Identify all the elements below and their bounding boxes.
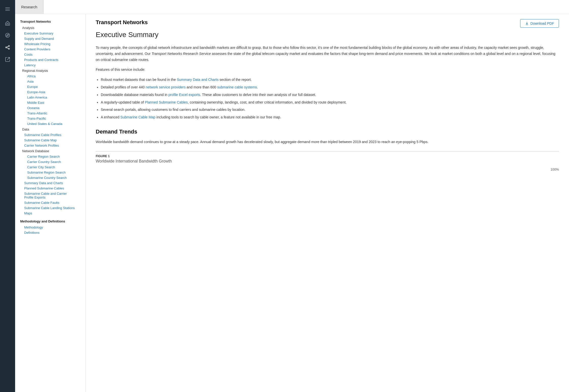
toc-item-latency[interactable]: Latency <box>15 62 85 68</box>
features-list: Robust market datasets that can be found… <box>101 77 559 120</box>
toc-item-methodology[interactable]: Methodology <box>15 225 85 230</box>
toc-section-methodology: Methodology and Definitions <box>15 218 85 225</box>
feature-item-3: Downloadable database materials found in… <box>101 92 559 98</box>
zoom-level: 100% <box>551 168 559 171</box>
toc-item-europe[interactable]: Europe <box>15 84 85 89</box>
demand-trends-heading: Demand Trends <box>96 128 559 135</box>
doc-content: Transport Networks Download PDF Executiv… <box>86 14 569 392</box>
toc-item-maps[interactable]: Maps <box>15 211 85 216</box>
feature-item-5: Several search portals, allowing custome… <box>101 107 559 113</box>
toc-item-trans-pacific[interactable]: Trans-Pacific <box>15 116 85 121</box>
toc-item-summary-data-charts[interactable]: Summary Data and Charts <box>15 180 85 186</box>
feature-item-6: A enhanced Submarine Cable Map including… <box>101 114 559 120</box>
export-icon[interactable] <box>3 54 13 64</box>
main-wrapper: Research Transport Networks Analysis Exe… <box>15 0 569 392</box>
figure-label: FIGURE 1 <box>96 154 559 158</box>
toc-item-submarine-cable-profiles[interactable]: Submarine Cable Profiles <box>15 132 85 138</box>
page-title: Transport Networks <box>96 19 148 26</box>
toc-item-costs[interactable]: Costs <box>15 52 85 57</box>
exec-summary-para1: To many people, the concepts of global n… <box>96 45 559 63</box>
download-icon <box>525 21 529 25</box>
toc-sidebar: Transport Networks Analysis Executive Su… <box>15 14 86 392</box>
toc-item-trans-atlantic[interactable]: Trans-Atlantic <box>15 111 85 116</box>
toc-item-executive-summary[interactable]: Executive Summary <box>15 31 85 36</box>
toc-item-oceania[interactable]: Oceania <box>15 105 85 111</box>
toc-group-regional: Regional Analysis <box>15 68 85 74</box>
toc-item-us-canada[interactable]: United States & Canada <box>15 121 85 126</box>
toc-item-wholesale-pricing[interactable]: Wholesale Pricing <box>15 41 85 47</box>
toc-item-submarine-cable-map[interactable]: Submarine Cable Map <box>15 138 85 143</box>
toc-item-carrier-city-search[interactable]: Carrier City Search <box>15 165 85 170</box>
toc-group-analysis: Analysis <box>15 25 85 31</box>
network-providers-link[interactable]: network service providers <box>146 85 186 89</box>
submarine-cable-systems-link[interactable]: submarine cable systems <box>217 85 257 89</box>
demand-trends-para: Worldwide bandwidth demand continues to … <box>96 139 559 145</box>
network-icon[interactable] <box>3 42 13 52</box>
toc-item-planned-submarine-cables[interactable]: Planned Submarine Cables <box>15 186 85 191</box>
zoom-row: 100% <box>96 166 559 171</box>
toc-section-transport: Transport Networks <box>15 18 85 25</box>
toc-item-latin-america[interactable]: Latin America <box>15 95 85 100</box>
toc-item-submarine-country-search[interactable]: Submarine Country Search <box>15 175 85 180</box>
content-area: Transport Networks Analysis Executive Su… <box>15 14 569 392</box>
compass-icon[interactable] <box>3 30 13 40</box>
svg-line-8 <box>7 46 9 47</box>
toc-group-data: Data <box>15 126 85 132</box>
toc-item-carrier-region-search[interactable]: Carrier Region Search <box>15 154 85 159</box>
exec-summary-heading: Executive Summary <box>96 31 559 39</box>
toc-item-submarine-landing-stations[interactable]: Submarine Cable Landing Stations <box>15 205 85 211</box>
planned-submarine-link[interactable]: Planned Submarine Cables <box>145 100 188 104</box>
svg-point-3 <box>6 33 10 38</box>
topbar: Research <box>15 0 569 14</box>
toc-item-asia[interactable]: Asia <box>15 79 85 84</box>
svg-marker-4 <box>7 34 9 36</box>
toc-item-content-providers[interactable]: Content Providers <box>15 47 85 52</box>
svg-line-9 <box>7 48 9 49</box>
toc-item-africa[interactable]: Africa <box>15 74 85 79</box>
submarine-cable-map-link[interactable]: Submarine Cable Map <box>120 115 155 119</box>
research-tab[interactable]: Research <box>15 0 44 14</box>
feature-item-2: Detailed profiles of over 440 network se… <box>101 84 559 90</box>
figure-divider <box>96 151 559 151</box>
toc-item-europe-asia[interactable]: Europe-Asia <box>15 89 85 95</box>
toc-item-submarine-region-search[interactable]: Submarine Region Search <box>15 170 85 175</box>
feature-item-1: Robust market datasets that can be found… <box>101 77 559 83</box>
toc-item-supply-demand[interactable]: Supply and Demand <box>15 36 85 41</box>
toc-item-profile-exports[interactable]: Submarine Cable and Carrier Profile Expo… <box>15 191 85 200</box>
icon-sidebar <box>0 0 15 392</box>
toc-item-products-contracts[interactable]: Products and Contracts <box>15 57 85 62</box>
svg-line-10 <box>7 57 10 60</box>
home-icon[interactable] <box>3 18 13 28</box>
toc-item-carrier-network-profiles[interactable]: Carrier Network Profiles <box>15 143 85 148</box>
doc-header-bar: Transport Networks Download PDF <box>86 14 569 31</box>
toc-item-definitions[interactable]: Definitions <box>15 230 85 235</box>
menu-icon[interactable] <box>3 4 13 14</box>
toc-item-carrier-country-search[interactable]: Carrier Country Search <box>15 159 85 165</box>
profile-exports-link[interactable]: profile Excel exports <box>169 93 200 97</box>
toc-item-submarine-faults[interactable]: Submarine Cable Faults <box>15 200 85 205</box>
summary-data-link[interactable]: Summary Data and Charts <box>177 78 219 82</box>
download-pdf-button[interactable]: Download PDF <box>520 19 559 28</box>
toc-item-middle-east[interactable]: Middle East <box>15 100 85 105</box>
feature-item-4: A regularly-updated table of Planned Sub… <box>101 100 559 106</box>
doc-body: Executive Summary To many people, the co… <box>86 31 569 181</box>
figure-caption: Worldwide International Bandwidth Growth <box>96 159 559 164</box>
toc-group-network-database: Network Database <box>15 148 85 154</box>
features-intro: Features of this service include: <box>96 67 559 73</box>
